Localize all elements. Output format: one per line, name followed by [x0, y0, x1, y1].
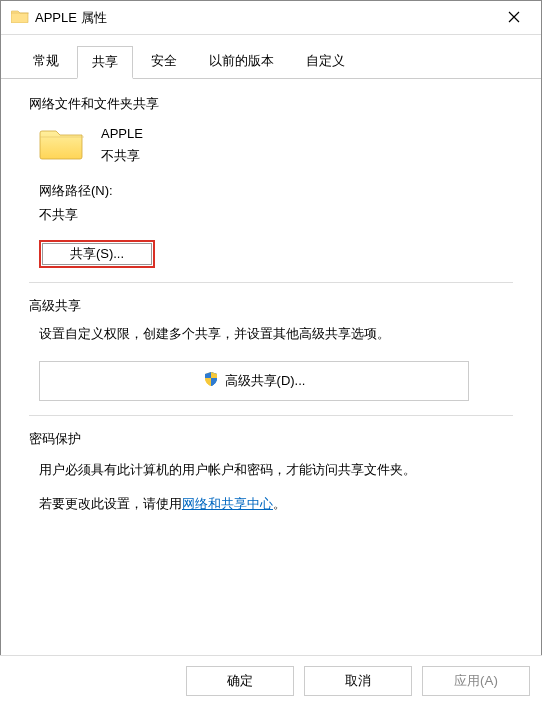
folder-name: APPLE — [101, 123, 143, 145]
password-protect-desc: 用户必须具有此计算机的用户帐户和密码，才能访问共享文件夹。 — [39, 458, 513, 481]
content: 网络文件和文件夹共享 APPLE 不共享 网络路径(N): 不共享 共享(S). — [1, 79, 541, 681]
share-button[interactable]: 共享(S)... — [39, 240, 155, 268]
tab-share[interactable]: 共享 — [77, 46, 133, 79]
network-path-label: 网络路径(N): — [39, 179, 513, 202]
network-path-value: 不共享 — [39, 203, 513, 226]
network-share-title: 网络文件和文件夹共享 — [29, 95, 513, 113]
share-button-label: 共享(S)... — [70, 245, 124, 263]
advanced-share-button-label: 高级共享(D)... — [225, 372, 306, 390]
titlebar: APPLE 属性 — [1, 1, 541, 35]
folder-icon — [39, 125, 85, 161]
advanced-share-title: 高级共享 — [29, 297, 513, 315]
close-icon — [508, 10, 520, 26]
folder-text-block: APPLE 不共享 — [101, 123, 143, 167]
apply-button[interactable]: 应用(A) — [422, 666, 530, 696]
ok-button[interactable]: 确定 — [186, 666, 294, 696]
divider — [29, 282, 513, 283]
close-button[interactable] — [491, 2, 537, 34]
password-link-line: 若要更改此设置，请使用网络和共享中心。 — [39, 495, 513, 513]
window-title: APPLE 属性 — [35, 9, 491, 27]
password-protect-title: 密码保护 — [29, 430, 513, 448]
network-center-link[interactable]: 网络和共享中心 — [182, 496, 273, 511]
network-path-block: 网络路径(N): 不共享 — [39, 179, 513, 226]
tab-custom[interactable]: 自定义 — [292, 46, 359, 78]
advanced-share-button[interactable]: 高级共享(D)... — [39, 361, 469, 401]
folder-icon — [11, 9, 29, 26]
advanced-share-desc: 设置自定义权限，创建多个共享，并设置其他高级共享选项。 — [39, 325, 513, 343]
shield-icon — [203, 371, 219, 390]
cancel-button[interactable]: 取消 — [304, 666, 412, 696]
link-suffix: 。 — [273, 496, 286, 511]
dialog-footer: 确定 取消 应用(A) — [0, 655, 542, 706]
divider — [29, 415, 513, 416]
tabs: 常规 共享 安全 以前的版本 自定义 — [1, 35, 541, 79]
folder-share-status: 不共享 — [101, 145, 143, 167]
tab-previous[interactable]: 以前的版本 — [195, 46, 288, 78]
link-prefix: 若要更改此设置，请使用 — [39, 496, 182, 511]
tab-general[interactable]: 常规 — [19, 46, 73, 78]
folder-info-row: APPLE 不共享 — [39, 123, 513, 167]
tab-security[interactable]: 安全 — [137, 46, 191, 78]
